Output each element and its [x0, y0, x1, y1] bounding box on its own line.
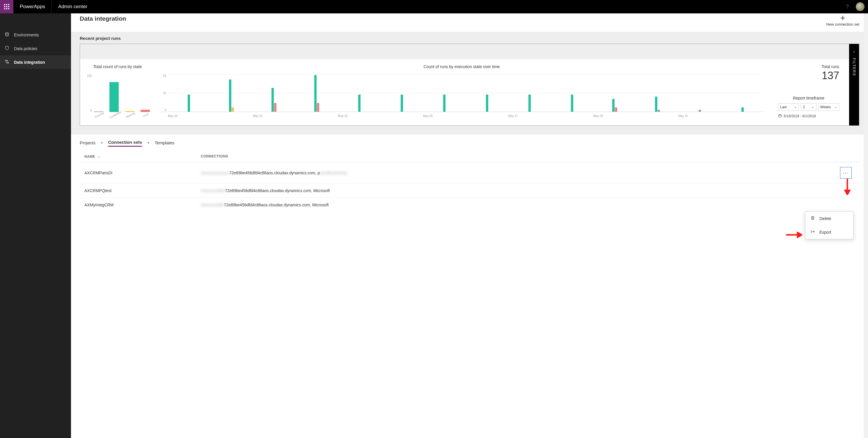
- svg-rect-3: [4, 6, 5, 7]
- table-row[interactable]: AXMyIntegCRM intxxxxxxtttle72e89be456dfd…: [80, 198, 859, 212]
- trash-icon: [810, 216, 815, 221]
- svg-rect-7: [6, 8, 7, 9]
- layers-icon: [4, 32, 10, 37]
- timeframe-count-select[interactable]: 2: [801, 103, 816, 111]
- new-connection-set-label: New connection set: [827, 22, 859, 27]
- user-avatar[interactable]: [856, 2, 865, 11]
- context-menu-delete[interactable]: Delete: [805, 212, 853, 225]
- row-name: AXCRMPQtest: [84, 188, 201, 193]
- totals-panel: Total runs 137 Report timeframe Last 2 W…: [772, 64, 845, 119]
- top-bar: PowerApps Admin center ?: [0, 0, 868, 13]
- filters-label: FILTERS: [852, 58, 856, 76]
- export-icon: [810, 229, 815, 235]
- scrollbar[interactable]: [864, 13, 868, 438]
- new-connection-set-button[interactable]: + New connection set: [827, 14, 859, 27]
- svg-point-10: [5, 60, 6, 61]
- row-name: AXMyIntegCRM: [84, 202, 201, 207]
- row-more-actions-button[interactable]: ···: [840, 167, 852, 179]
- filters-toggle[interactable]: ‹ FILTERS: [849, 44, 859, 125]
- sidebar-item-environments[interactable]: Environments: [0, 28, 71, 42]
- annotation-arrow-right: [786, 227, 802, 241]
- calendar-icon: [778, 114, 782, 119]
- svg-rect-12: [779, 115, 782, 117]
- shield-icon: [4, 46, 10, 51]
- sidebar: Environments Data policies Data integrat…: [0, 13, 71, 438]
- svg-point-11: [8, 63, 9, 63]
- table-row[interactable]: AXCRMPQtest intxxxxxxttala72e89be456dfd4…: [80, 184, 859, 198]
- help-icon[interactable]: ?: [842, 4, 852, 10]
- main-content: Data integration + New connection set Re…: [71, 13, 868, 438]
- svg-rect-1: [6, 4, 7, 5]
- context-menu-export-label: Export: [819, 230, 831, 234]
- chart-runs-over-time: Count of runs by execution state over ti…: [160, 64, 764, 119]
- sidebar-item-label: Environments: [14, 33, 39, 37]
- brand-label[interactable]: PowerApps: [13, 0, 52, 13]
- recent-runs-title: Recent project runs: [80, 36, 859, 41]
- svg-rect-8: [8, 8, 9, 9]
- chart-runs-by-state: Total count of runs by state 1000 Runnin…: [84, 64, 151, 119]
- column-header-connections[interactable]: CONNECTIONS: [201, 154, 840, 159]
- table-row[interactable]: AXCRMParisDI xxxxxxxxxxxxxx72e89be456dfd…: [80, 162, 859, 184]
- svg-rect-4: [6, 6, 7, 7]
- svg-rect-2: [8, 4, 9, 5]
- tab-connection-sets[interactable]: Connection sets: [108, 138, 142, 147]
- timeframe-mode-select[interactable]: Last: [778, 103, 799, 111]
- row-context-menu: Delete Export: [805, 211, 854, 239]
- total-runs-label: Total runs: [778, 64, 839, 69]
- svg-rect-5: [8, 6, 9, 7]
- tab-templates[interactable]: Templates: [155, 139, 174, 146]
- sidebar-item-label: Data policies: [14, 46, 37, 51]
- svg-point-9: [5, 33, 9, 34]
- sidebar-item-data-policies[interactable]: Data policies: [0, 42, 71, 55]
- waffle-icon: [4, 4, 9, 9]
- svg-rect-6: [4, 8, 5, 9]
- timeframe-date-range: 5/19/2018 - 6/1/2018: [784, 114, 816, 118]
- row-connections: intxxxxxxttala72e89be456dfd4c86aos.cloud…: [201, 188, 840, 193]
- timeframe-unit-select[interactable]: Weeks: [818, 103, 839, 111]
- chart-panel: Total count of runs by state 1000 Runnin…: [80, 44, 859, 126]
- app-subtitle: Admin center: [52, 4, 94, 10]
- row-name: AXCRMParisDI: [84, 170, 201, 175]
- total-runs-value: 137: [778, 69, 839, 82]
- annotation-arrow-down: [844, 179, 850, 198]
- integration-icon: [4, 59, 10, 65]
- sidebar-item-label: Data integration: [14, 60, 45, 65]
- chart2-title: Count of runs by execution state over ti…: [160, 64, 764, 69]
- svg-rect-0: [4, 4, 5, 5]
- row-connections: intxxxxxxtttle72e89be456dfd4c86aos.cloud…: [201, 202, 840, 207]
- context-menu-delete-label: Delete: [819, 216, 831, 221]
- chart1-title: Total count of runs by state: [84, 64, 151, 69]
- connection-sets-table: NAME ︿ CONNECTIONS AXCRMParisDI xxxxxxxx…: [80, 151, 859, 212]
- app-launcher-button[interactable]: [0, 0, 13, 13]
- row-connections: xxxxxxxxxxxxxx72e89be456dfd4c86aos.cloud…: [201, 170, 840, 175]
- page-title: Data integration: [80, 15, 126, 22]
- chevron-left-icon: ‹: [854, 49, 855, 54]
- tab-projects[interactable]: Projects: [80, 139, 95, 146]
- context-menu-export[interactable]: Export: [805, 225, 853, 239]
- sort-ascending-icon: ︿: [97, 154, 101, 159]
- sidebar-item-data-integration[interactable]: Data integration: [0, 55, 71, 69]
- column-header-name[interactable]: NAME ︿: [84, 154, 201, 159]
- timeframe-label: Report timeframe: [778, 96, 839, 100]
- plus-icon: +: [827, 14, 859, 22]
- tab-separator: ●: [101, 140, 103, 145]
- tab-bar: Projects ● Connection sets ● Templates: [71, 134, 868, 149]
- tab-separator: ●: [147, 140, 149, 145]
